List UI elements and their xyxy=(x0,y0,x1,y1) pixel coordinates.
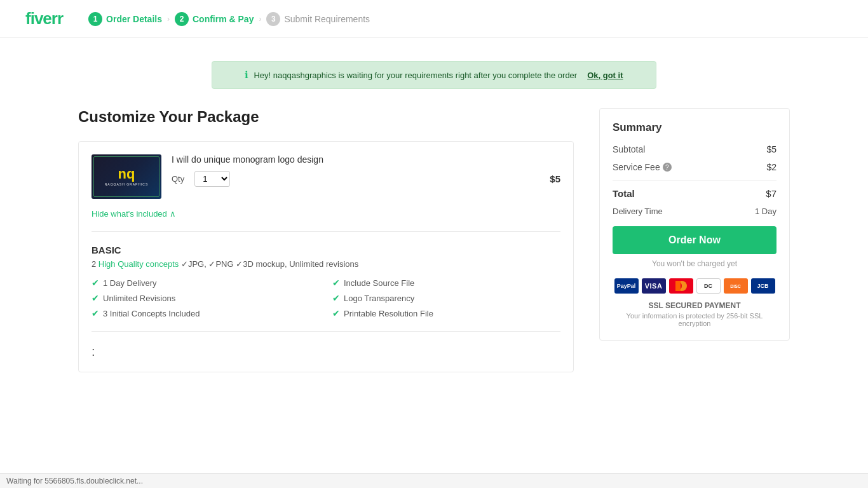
step-2-label: Confirm & Pay xyxy=(193,14,254,24)
feature-6: ✔ Printable Resolution File xyxy=(332,308,560,318)
product-price: $5 xyxy=(550,173,560,184)
banner-message: Hey! naqqashgraphics is waiting for your… xyxy=(254,71,577,80)
order-now-button[interactable]: Order Now xyxy=(613,226,776,254)
payment-icons: PayPal VISA DC DISC JCB xyxy=(613,278,776,294)
help-icon[interactable]: ? xyxy=(663,163,672,172)
feature-5: ✔ 3 Initial Concepts Included xyxy=(92,308,320,318)
check-icon-6: ✔ xyxy=(332,308,340,318)
total-label: Total xyxy=(613,188,635,199)
summary-card: Summary Subtotal $5 Service Fee ? $2 Tot… xyxy=(599,108,790,341)
delivery-label: Delivery Time xyxy=(613,207,663,216)
feature-2: ✔ Include Source File xyxy=(332,278,560,288)
features-grid: ✔ 1 Day Delivery ✔ Include Source File ✔… xyxy=(92,278,560,318)
chevron-up-icon: ∧ xyxy=(170,209,176,219)
main-content: Customize Your Package nq NAQQASH GRAPHI… xyxy=(53,102,815,398)
service-fee-value: $2 xyxy=(766,162,776,172)
ellipsis: : xyxy=(92,344,560,359)
delivery-row: Delivery Time 1 Day xyxy=(613,207,776,216)
mastercard-icon xyxy=(669,278,693,294)
fiverr-logo: fiverr xyxy=(25,9,63,29)
visa-icon: VISA xyxy=(642,278,666,294)
service-fee-label: Service Fee ? xyxy=(613,162,672,172)
package-name: BASIC xyxy=(92,245,560,255)
ssl-description: Your information is protected by 256-bit… xyxy=(613,312,776,327)
arrow-1: › xyxy=(167,15,170,24)
info-icon: ℹ xyxy=(245,69,248,81)
product-image: nq NAQQASH GRAPHICS xyxy=(92,154,161,199)
page-title: Customize Your Package xyxy=(78,108,574,126)
check-icon-4: ✔ xyxy=(332,293,340,303)
info-banner: ℹ Hey! naqqashgraphics is waiting for yo… xyxy=(212,61,656,89)
product-title: I will do unique monogram logo design xyxy=(172,154,560,165)
product-image-border xyxy=(93,156,159,197)
service-fee-row: Service Fee ? $2 xyxy=(613,162,776,172)
breadcrumb-step-2: 2 Confirm & Pay xyxy=(175,12,254,26)
product-qty-price: Qty 1 2 3 $5 xyxy=(172,171,560,187)
feature-4: ✔ Logo Transparency xyxy=(332,293,560,303)
arrow-2: › xyxy=(259,15,261,24)
not-charged-text: You won't be charged yet xyxy=(613,259,776,268)
discover-icon: DISC xyxy=(724,278,748,294)
sidebar: Summary Subtotal $5 Service Fee ? $2 Tot… xyxy=(599,102,790,372)
feature-1: ✔ 1 Day Delivery xyxy=(92,278,320,288)
header: fiverr 1 Order Details › 2 Confirm & Pay… xyxy=(0,0,868,38)
ssl-secured-text: SSL SECURED PAYMENT xyxy=(613,301,776,310)
paypal-icon: PayPal xyxy=(614,278,639,294)
breadcrumb-step-3: 3 Submit Requirements xyxy=(266,12,370,26)
total-row: Total $7 xyxy=(613,180,776,199)
qty-select[interactable]: 1 2 3 xyxy=(194,171,230,187)
step-2-circle: 2 xyxy=(175,12,189,26)
delivery-value: 1 Day xyxy=(755,207,776,216)
feature-3: ✔ Unlimited Revisions xyxy=(92,293,320,303)
check-icon-2: ✔ xyxy=(332,278,340,288)
step-1-circle: 1 xyxy=(88,12,102,26)
package-desc: 2 High Quality concepts ✓JPG, ✓PNG ✓3D m… xyxy=(92,259,560,269)
total-value: $7 xyxy=(766,188,776,199)
breadcrumb-step-1: 1 Order Details xyxy=(88,12,162,26)
check-icon-3: ✔ xyxy=(92,293,99,303)
banner-action[interactable]: Ok, got it xyxy=(587,71,623,80)
subtotal-value: $5 xyxy=(766,144,776,154)
breadcrumb: 1 Order Details › 2 Confirm & Pay › 3 Su… xyxy=(88,12,370,26)
subtotal-row: Subtotal $5 xyxy=(613,144,776,154)
product-top: nq NAQQASH GRAPHICS I will do unique mon… xyxy=(92,154,560,199)
content-area: Customize Your Package nq NAQQASH GRAPHI… xyxy=(78,102,574,372)
hide-included-toggle[interactable]: Hide what's included ∧ xyxy=(92,209,560,219)
subtotal-label: Subtotal xyxy=(613,144,645,154)
summary-title: Summary xyxy=(613,121,776,134)
product-card: nq NAQQASH GRAPHICS I will do unique mon… xyxy=(78,141,574,372)
jcb-icon: JCB xyxy=(751,278,775,294)
check-icon-5: ✔ xyxy=(92,308,99,318)
step-3-circle: 3 xyxy=(266,12,280,26)
step-1-label: Order Details xyxy=(106,14,162,24)
step-3-label: Submit Requirements xyxy=(284,14,370,24)
check-icon-1: ✔ xyxy=(92,278,99,288)
divider-1 xyxy=(92,231,560,232)
diners-icon: DC xyxy=(696,278,721,294)
product-info: I will do unique monogram logo design Qt… xyxy=(172,154,560,187)
qty-label: Qty xyxy=(172,174,184,184)
divider-2 xyxy=(92,331,560,332)
